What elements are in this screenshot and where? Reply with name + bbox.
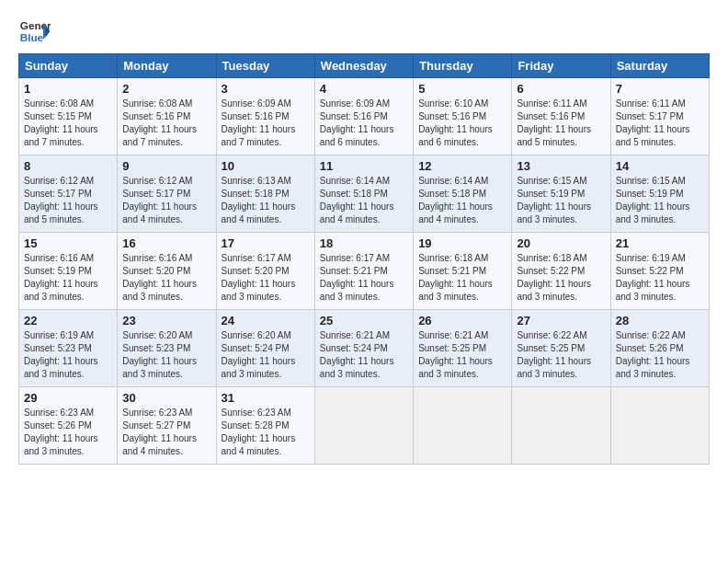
day-number: 5 — [418, 82, 506, 96]
day-info: Sunrise: 6:09 AM Sunset: 5:16 PM Dayligh… — [320, 98, 408, 149]
day-info: Sunrise: 6:09 AM Sunset: 5:16 PM Dayligh… — [222, 98, 310, 149]
day-number: 7 — [616, 82, 704, 96]
day-info: Sunrise: 6:12 AM Sunset: 5:17 PM Dayligh… — [24, 175, 112, 226]
calendar-cell — [512, 387, 610, 465]
calendar-cell: 17Sunrise: 6:17 AM Sunset: 5:20 PM Dayli… — [216, 233, 314, 310]
calendar-cell: 14Sunrise: 6:15 AM Sunset: 5:19 PM Dayli… — [610, 155, 709, 233]
day-number: 15 — [24, 236, 112, 250]
day-info: Sunrise: 6:14 AM Sunset: 5:18 PM Dayligh… — [320, 175, 408, 226]
calendar-week-2: 8Sunrise: 6:12 AM Sunset: 5:17 PM Daylig… — [19, 155, 710, 233]
day-info: Sunrise: 6:16 AM Sunset: 5:19 PM Dayligh… — [24, 252, 112, 304]
day-number: 25 — [320, 314, 408, 327]
calendar-cell: 20Sunrise: 6:18 AM Sunset: 5:22 PM Dayli… — [512, 233, 610, 310]
header: General Blue — [18, 15, 710, 48]
day-info: Sunrise: 6:22 AM Sunset: 5:26 PM Dayligh… — [616, 329, 704, 381]
logo: General Blue — [18, 15, 51, 48]
day-number: 31 — [222, 391, 310, 405]
logo-icon: General Blue — [18, 15, 51, 48]
calendar-cell: 27Sunrise: 6:22 AM Sunset: 5:25 PM Dayli… — [512, 310, 610, 387]
calendar-cell: 16Sunrise: 6:16 AM Sunset: 5:20 PM Dayli… — [118, 233, 216, 310]
calendar: SundayMondayTuesdayWednesdayThursdayFrid… — [18, 53, 710, 465]
day-number: 21 — [616, 236, 704, 250]
calendar-cell: 19Sunrise: 6:18 AM Sunset: 5:21 PM Dayli… — [414, 233, 512, 310]
calendar-week-5: 29Sunrise: 6:23 AM Sunset: 5:26 PM Dayli… — [19, 387, 710, 465]
calendar-cell: 24Sunrise: 6:20 AM Sunset: 5:24 PM Dayli… — [216, 310, 314, 387]
day-info: Sunrise: 6:19 AM Sunset: 5:22 PM Dayligh… — [616, 252, 704, 304]
calendar-header-monday: Monday — [118, 54, 216, 78]
day-number: 12 — [418, 159, 506, 173]
calendar-header-saturday: Saturday — [610, 54, 709, 78]
calendar-week-4: 22Sunrise: 6:19 AM Sunset: 5:23 PM Dayli… — [19, 310, 710, 387]
day-number: 17 — [222, 236, 310, 250]
day-number: 20 — [517, 236, 605, 250]
calendar-header-sunday: Sunday — [19, 54, 118, 78]
calendar-cell: 30Sunrise: 6:23 AM Sunset: 5:27 PM Dayli… — [118, 387, 216, 465]
calendar-cell: 28Sunrise: 6:22 AM Sunset: 5:26 PM Dayli… — [610, 310, 709, 387]
day-number: 19 — [418, 236, 506, 250]
day-number: 28 — [616, 314, 704, 327]
day-number: 13 — [517, 159, 605, 173]
day-info: Sunrise: 6:10 AM Sunset: 5:16 PM Dayligh… — [418, 98, 506, 149]
calendar-cell: 11Sunrise: 6:14 AM Sunset: 5:18 PM Dayli… — [314, 155, 413, 233]
calendar-header-friday: Friday — [512, 54, 610, 78]
day-number: 26 — [418, 314, 506, 327]
calendar-header-wednesday: Wednesday — [314, 54, 413, 78]
day-info: Sunrise: 6:19 AM Sunset: 5:23 PM Dayligh… — [24, 329, 112, 381]
day-number: 16 — [122, 236, 210, 250]
calendar-header-thursday: Thursday — [414, 54, 512, 78]
day-number: 1 — [24, 82, 112, 96]
day-number: 23 — [122, 314, 210, 327]
day-info: Sunrise: 6:21 AM Sunset: 5:25 PM Dayligh… — [418, 329, 506, 381]
day-number: 30 — [122, 391, 210, 405]
calendar-cell: 4Sunrise: 6:09 AM Sunset: 5:16 PM Daylig… — [314, 78, 413, 155]
day-number: 10 — [222, 159, 310, 173]
calendar-header-tuesday: Tuesday — [216, 54, 314, 78]
calendar-cell: 31Sunrise: 6:23 AM Sunset: 5:28 PM Dayli… — [216, 387, 314, 465]
calendar-cell — [610, 387, 709, 465]
day-info: Sunrise: 6:08 AM Sunset: 5:15 PM Dayligh… — [24, 98, 112, 149]
calendar-cell: 15Sunrise: 6:16 AM Sunset: 5:19 PM Dayli… — [19, 233, 118, 310]
day-info: Sunrise: 6:16 AM Sunset: 5:20 PM Dayligh… — [122, 252, 210, 304]
calendar-cell: 1Sunrise: 6:08 AM Sunset: 5:15 PM Daylig… — [19, 78, 118, 155]
calendar-cell: 9Sunrise: 6:12 AM Sunset: 5:17 PM Daylig… — [118, 155, 216, 233]
day-number: 11 — [320, 159, 408, 173]
calendar-cell: 18Sunrise: 6:17 AM Sunset: 5:21 PM Dayli… — [314, 233, 413, 310]
day-number: 3 — [222, 82, 310, 96]
day-number: 14 — [616, 159, 704, 173]
calendar-cell: 6Sunrise: 6:11 AM Sunset: 5:16 PM Daylig… — [512, 78, 610, 155]
day-info: Sunrise: 6:13 AM Sunset: 5:18 PM Dayligh… — [222, 175, 310, 226]
day-number: 2 — [122, 82, 210, 96]
day-info: Sunrise: 6:20 AM Sunset: 5:23 PM Dayligh… — [122, 329, 210, 381]
calendar-cell: 25Sunrise: 6:21 AM Sunset: 5:24 PM Dayli… — [314, 310, 413, 387]
day-info: Sunrise: 6:23 AM Sunset: 5:26 PM Dayligh… — [24, 407, 112, 458]
svg-text:Blue: Blue — [20, 31, 44, 43]
day-info: Sunrise: 6:18 AM Sunset: 5:21 PM Dayligh… — [418, 252, 506, 304]
calendar-cell: 12Sunrise: 6:14 AM Sunset: 5:18 PM Dayli… — [414, 155, 512, 233]
day-info: Sunrise: 6:12 AM Sunset: 5:17 PM Dayligh… — [122, 175, 210, 226]
calendar-cell: 8Sunrise: 6:12 AM Sunset: 5:17 PM Daylig… — [19, 155, 118, 233]
calendar-cell: 21Sunrise: 6:19 AM Sunset: 5:22 PM Dayli… — [610, 233, 709, 310]
calendar-cell: 23Sunrise: 6:20 AM Sunset: 5:23 PM Dayli… — [118, 310, 216, 387]
day-number: 8 — [24, 159, 112, 173]
day-number: 4 — [320, 82, 408, 96]
day-number: 6 — [517, 82, 605, 96]
calendar-week-1: 1Sunrise: 6:08 AM Sunset: 5:15 PM Daylig… — [19, 78, 710, 155]
day-info: Sunrise: 6:22 AM Sunset: 5:25 PM Dayligh… — [517, 329, 605, 381]
day-info: Sunrise: 6:17 AM Sunset: 5:21 PM Dayligh… — [320, 252, 408, 304]
calendar-cell: 26Sunrise: 6:21 AM Sunset: 5:25 PM Dayli… — [414, 310, 512, 387]
calendar-cell — [414, 387, 512, 465]
day-info: Sunrise: 6:11 AM Sunset: 5:17 PM Dayligh… — [616, 98, 704, 149]
calendar-cell: 5Sunrise: 6:10 AM Sunset: 5:16 PM Daylig… — [414, 78, 512, 155]
day-number: 29 — [24, 391, 112, 405]
day-number: 22 — [24, 314, 112, 327]
day-info: Sunrise: 6:21 AM Sunset: 5:24 PM Dayligh… — [320, 329, 408, 381]
day-number: 9 — [122, 159, 210, 173]
calendar-cell: 13Sunrise: 6:15 AM Sunset: 5:19 PM Dayli… — [512, 155, 610, 233]
day-info: Sunrise: 6:23 AM Sunset: 5:28 PM Dayligh… — [222, 407, 310, 458]
day-info: Sunrise: 6:17 AM Sunset: 5:20 PM Dayligh… — [222, 252, 310, 304]
day-info: Sunrise: 6:20 AM Sunset: 5:24 PM Dayligh… — [222, 329, 310, 381]
calendar-header-row: SundayMondayTuesdayWednesdayThursdayFrid… — [19, 54, 710, 78]
calendar-cell: 2Sunrise: 6:08 AM Sunset: 5:16 PM Daylig… — [118, 78, 216, 155]
calendar-cell: 10Sunrise: 6:13 AM Sunset: 5:18 PM Dayli… — [216, 155, 314, 233]
day-info: Sunrise: 6:15 AM Sunset: 5:19 PM Dayligh… — [517, 175, 605, 226]
